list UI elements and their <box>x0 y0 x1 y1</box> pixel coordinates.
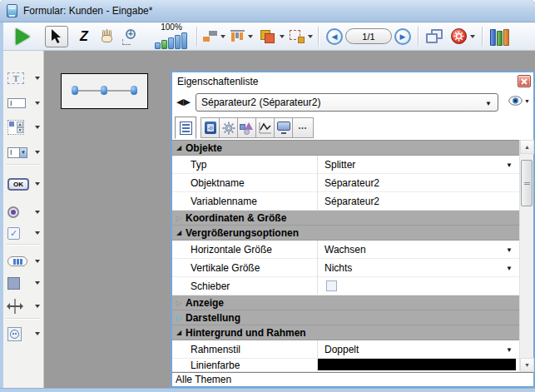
tab-settings[interactable] <box>219 117 238 138</box>
zoom-scale-control[interactable]: 100% <box>155 23 188 49</box>
tab-documentation[interactable]: -o <box>201 117 220 138</box>
tab-chart[interactable] <box>255 117 275 138</box>
prop-value[interactable]: Séparateur2 <box>318 192 519 210</box>
dropdown-arrow-icon[interactable] <box>35 102 40 105</box>
toolbox-item-list-edit[interactable]: ▲ ▼ <box>6 117 42 138</box>
section-koordinaten-groesse[interactable]: ▷ Koordinaten & Größe <box>172 211 519 226</box>
section-vergroesserungsoptionen[interactable]: ◢ Vergrößerungsoptionen <box>172 226 519 241</box>
grid-scrollbar[interactable]: ▲ ▼ <box>519 140 533 372</box>
dropdown-arrow-icon[interactable] <box>35 126 40 129</box>
toolbox-item-radio-button[interactable] <box>6 201 42 223</box>
toolbox-item-check-box[interactable]: ✓ <box>6 222 42 244</box>
tab-order-button[interactable]: Z <box>75 26 93 47</box>
run-button[interactable] <box>13 26 32 47</box>
page-indicator[interactable]: 1/1 <box>345 28 392 44</box>
panel-title: Eigenschaftenliste <box>177 76 258 87</box>
toolbox-item-label[interactable]: T <box>6 67 42 89</box>
linienfarbe-color-swatch[interactable] <box>318 359 516 370</box>
splitter-tool-icon <box>7 299 22 314</box>
toolbox-item-connector[interactable] <box>6 323 42 345</box>
prop-row-linienfarbe: Linienfarbe <box>172 359 519 372</box>
tab-display[interactable] <box>274 117 293 138</box>
prop-value[interactable]: Splitter ▼ <box>318 156 519 173</box>
panel-close-button[interactable] <box>518 75 531 87</box>
selection-handle[interactable] <box>72 86 78 95</box>
prop-value[interactable]: Séparateur2 <box>318 174 519 191</box>
toolbox-item-text-input[interactable]: I <box>6 92 42 114</box>
previous-page-button[interactable]: ◀ <box>326 28 343 45</box>
pan-button[interactable] <box>98 26 116 47</box>
dropdown-arrow-icon[interactable] <box>35 332 40 335</box>
prop-label: Horizontale Größe <box>172 241 318 258</box>
section-hintergrund-rahmen[interactable]: ◢ Hintergrund und Rahmen <box>172 325 519 340</box>
next-page-button[interactable]: ▶ <box>394 28 411 45</box>
select-tool-button[interactable] <box>45 26 68 47</box>
prop-value[interactable]: Wachsen ▼ <box>318 241 519 258</box>
toolbox-item-toolbar-control[interactable] <box>6 251 42 272</box>
dropdown-arrow-icon[interactable] <box>35 151 40 154</box>
gear-icon <box>222 122 235 135</box>
align-vertical-icon <box>230 30 245 42</box>
topic-filter-bar[interactable]: Alle Themen <box>172 372 533 386</box>
toolbox-item-button[interactable]: OK <box>6 173 42 195</box>
tab-all-properties[interactable] <box>175 117 196 139</box>
window-cascade-button[interactable] <box>426 26 444 47</box>
eye-icon[interactable] <box>508 96 523 106</box>
toolbox-item-splitter[interactable] <box>6 295 42 317</box>
arrange-button[interactable] <box>260 26 285 47</box>
collapse-icon: ◢ <box>172 144 186 151</box>
dropdown-arrow-icon[interactable]: ▼ <box>524 98 530 104</box>
zoom-button[interactable]: + <box>121 26 140 47</box>
dropdown-arrow-icon <box>308 35 313 38</box>
thumb-grip-icon <box>524 182 530 185</box>
section-darstellung[interactable]: ▷ Darstellung <box>172 310 519 325</box>
selection-mode-button[interactable] <box>290 26 313 47</box>
settings-button[interactable] <box>451 26 475 47</box>
dropdown-arrow-icon[interactable] <box>35 211 40 214</box>
prop-value[interactable]: Nichts ▼ <box>318 259 519 276</box>
dropdown-arrow-icon[interactable] <box>35 281 40 285</box>
scroll-down-button[interactable]: ▼ <box>520 358 534 372</box>
dropdown-arrow-icon[interactable] <box>35 182 40 186</box>
scrollbar-thumb[interactable] <box>521 160 533 206</box>
section-objekte[interactable]: ◢ Objekte <box>172 141 519 156</box>
prop-label: Schieber <box>172 277 318 295</box>
help-books-button[interactable] <box>490 26 512 47</box>
titlebar[interactable]: Formular: Kunden - Eingabe* <box>0 0 535 22</box>
radio-button-tool-icon <box>7 206 19 218</box>
section-anzeige[interactable]: ▷ Anzeige <box>172 295 519 310</box>
dropdown-arrow-icon: ▼ <box>485 100 492 107</box>
selection-handle[interactable] <box>101 86 107 95</box>
dropdown-arrow-icon[interactable] <box>35 305 40 308</box>
object-next-button[interactable]: ▶ <box>183 97 190 107</box>
scroll-up-button[interactable]: ▲ <box>520 140 534 154</box>
tab-objects[interactable] <box>237 117 256 138</box>
dropdown-arrow-icon[interactable] <box>35 260 40 263</box>
prop-label: Variablenname <box>172 192 318 210</box>
prop-row-objektname: Objektname Séparateur2 <box>172 174 519 192</box>
toolbox-item-frame[interactable] <box>6 272 42 294</box>
dropdown-arrow-icon[interactable] <box>35 77 40 80</box>
selection-handle[interactable] <box>131 86 137 95</box>
text-input-tool-icon: I <box>7 98 26 108</box>
main-toolbar: Z + 100% <box>0 22 535 51</box>
form-design-surface[interactable] <box>61 73 148 109</box>
dropdown-arrow-icon[interactable]: ▼ <box>506 246 513 253</box>
panel-titlebar[interactable]: Eigenschaftenliste <box>172 72 533 91</box>
object-selector-combo[interactable]: Séparateur2 (Séparateur2) ▼ <box>196 93 498 112</box>
prop-value[interactable]: Doppelt ▼ <box>318 340 519 358</box>
arrange-icon <box>260 29 276 44</box>
align-horizontal-button[interactable] <box>203 26 225 47</box>
dropdown-arrow-icon[interactable]: ▼ <box>506 161 513 168</box>
toolbar-separator <box>482 27 483 47</box>
schieber-checkbox[interactable] <box>326 280 337 291</box>
toolbox-item-combo-box[interactable]: I ▼ <box>6 141 42 163</box>
prop-row-schieber: Schieber <box>172 277 519 295</box>
tab-more[interactable]: ••• <box>292 117 314 138</box>
prop-row-typ: Typ Splitter ▼ <box>172 156 519 174</box>
dropdown-arrow-icon[interactable]: ▼ <box>506 264 513 271</box>
monitor-icon <box>277 122 290 134</box>
dropdown-arrow-icon[interactable] <box>35 231 40 235</box>
align-vertical-button[interactable] <box>230 26 253 47</box>
dropdown-arrow-icon[interactable]: ▼ <box>506 345 513 353</box>
